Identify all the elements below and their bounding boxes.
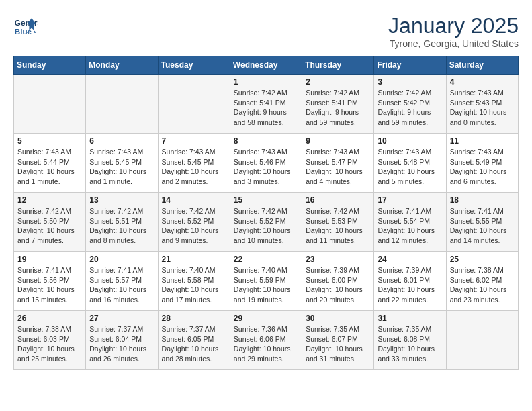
calendar-cell: 17Sunrise: 7:41 AM Sunset: 5:54 PM Dayli… (374, 193, 446, 252)
calendar-cell: 25Sunrise: 7:38 AM Sunset: 6:02 PM Dayli… (446, 252, 518, 311)
day-info: Sunrise: 7:42 AM Sunset: 5:52 PM Dayligh… (234, 206, 298, 246)
day-number: 22 (234, 255, 298, 264)
calendar-cell: 29Sunrise: 7:36 AM Sunset: 6:06 PM Dayli… (230, 311, 302, 370)
calendar-cell: 31Sunrise: 7:35 AM Sunset: 6:08 PM Dayli… (374, 311, 446, 370)
day-number: 21 (162, 255, 226, 264)
day-number: 11 (450, 136, 515, 146)
calendar-cell: 22Sunrise: 7:40 AM Sunset: 5:59 PM Dayli… (230, 252, 302, 311)
calendar-cell: 16Sunrise: 7:42 AM Sunset: 5:53 PM Dayli… (302, 193, 374, 252)
day-number: 30 (306, 314, 370, 323)
calendar-week-5: 26Sunrise: 7:38 AM Sunset: 6:03 PM Dayli… (14, 311, 519, 370)
logo: General Blue (13, 13, 38, 38)
weekday-header-monday: Monday (86, 56, 158, 75)
calendar-cell: 1Sunrise: 7:42 AM Sunset: 5:41 PM Daylig… (230, 75, 302, 134)
calendar-week-2: 5Sunrise: 7:43 AM Sunset: 5:44 PM Daylig… (14, 134, 519, 193)
day-number: 25 (450, 255, 515, 264)
calendar-cell: 30Sunrise: 7:35 AM Sunset: 6:07 PM Dayli… (302, 311, 374, 370)
calendar-week-1: 1Sunrise: 7:42 AM Sunset: 5:41 PM Daylig… (14, 75, 519, 134)
logo-icon: General Blue (13, 13, 38, 38)
day-number: 7 (162, 136, 226, 146)
day-info: Sunrise: 7:43 AM Sunset: 5:43 PM Dayligh… (450, 88, 515, 128)
day-number: 29 (234, 314, 298, 323)
calendar-cell (14, 75, 86, 134)
calendar-cell: 28Sunrise: 7:37 AM Sunset: 6:05 PM Dayli… (158, 311, 230, 370)
day-number: 23 (306, 255, 370, 264)
day-number: 5 (17, 136, 82, 146)
day-info: Sunrise: 7:43 AM Sunset: 5:49 PM Dayligh… (450, 147, 515, 187)
day-number: 13 (89, 195, 154, 205)
location: Tyrone, Georgia, United States (388, 38, 519, 49)
day-info: Sunrise: 7:43 AM Sunset: 5:45 PM Dayligh… (89, 147, 154, 187)
day-number: 20 (89, 255, 154, 264)
day-info: Sunrise: 7:42 AM Sunset: 5:41 PM Dayligh… (306, 88, 370, 128)
day-info: Sunrise: 7:43 AM Sunset: 5:45 PM Dayligh… (162, 147, 226, 187)
calendar-week-4: 19Sunrise: 7:41 AM Sunset: 5:56 PM Dayli… (14, 252, 519, 311)
day-info: Sunrise: 7:41 AM Sunset: 5:56 PM Dayligh… (17, 265, 82, 305)
calendar-cell: 24Sunrise: 7:39 AM Sunset: 6:01 PM Dayli… (374, 252, 446, 311)
day-info: Sunrise: 7:42 AM Sunset: 5:41 PM Dayligh… (234, 88, 298, 128)
day-number: 17 (378, 195, 442, 205)
day-number: 19 (17, 255, 82, 264)
day-number: 26 (17, 314, 82, 323)
day-info: Sunrise: 7:35 AM Sunset: 6:07 PM Dayligh… (306, 324, 370, 364)
calendar-cell: 4Sunrise: 7:43 AM Sunset: 5:43 PM Daylig… (446, 75, 518, 134)
calendar-cell: 23Sunrise: 7:39 AM Sunset: 6:00 PM Dayli… (302, 252, 374, 311)
calendar-header-row: SundayMondayTuesdayWednesdayThursdayFrid… (14, 56, 519, 75)
weekday-header-friday: Friday (374, 56, 446, 75)
day-info: Sunrise: 7:40 AM Sunset: 5:59 PM Dayligh… (234, 265, 298, 305)
day-number: 4 (450, 77, 515, 87)
day-number: 14 (162, 195, 226, 205)
day-info: Sunrise: 7:41 AM Sunset: 5:57 PM Dayligh… (89, 265, 154, 305)
day-number: 15 (234, 195, 298, 205)
calendar-table: SundayMondayTuesdayWednesdayThursdayFrid… (13, 56, 519, 370)
calendar-cell: 27Sunrise: 7:37 AM Sunset: 6:04 PM Dayli… (86, 311, 158, 370)
day-number: 12 (17, 195, 82, 205)
calendar-cell: 7Sunrise: 7:43 AM Sunset: 5:45 PM Daylig… (158, 134, 230, 193)
day-number: 28 (162, 314, 226, 323)
calendar-cell: 8Sunrise: 7:43 AM Sunset: 5:46 PM Daylig… (230, 134, 302, 193)
calendar-cell: 2Sunrise: 7:42 AM Sunset: 5:41 PM Daylig… (302, 75, 374, 134)
day-info: Sunrise: 7:42 AM Sunset: 5:50 PM Dayligh… (17, 206, 82, 246)
day-info: Sunrise: 7:43 AM Sunset: 5:44 PM Dayligh… (17, 147, 82, 187)
day-info: Sunrise: 7:42 AM Sunset: 5:42 PM Dayligh… (378, 88, 442, 128)
day-info: Sunrise: 7:40 AM Sunset: 5:58 PM Dayligh… (162, 265, 226, 305)
calendar-cell: 14Sunrise: 7:42 AM Sunset: 5:52 PM Dayli… (158, 193, 230, 252)
calendar-cell: 3Sunrise: 7:42 AM Sunset: 5:42 PM Daylig… (374, 75, 446, 134)
day-number: 8 (234, 136, 298, 146)
calendar-cell: 15Sunrise: 7:42 AM Sunset: 5:52 PM Dayli… (230, 193, 302, 252)
calendar-cell: 9Sunrise: 7:43 AM Sunset: 5:47 PM Daylig… (302, 134, 374, 193)
calendar-cell: 19Sunrise: 7:41 AM Sunset: 5:56 PM Dayli… (14, 252, 86, 311)
weekday-header-wednesday: Wednesday (230, 56, 302, 75)
weekday-header-tuesday: Tuesday (158, 56, 230, 75)
day-number: 18 (450, 195, 515, 205)
weekday-header-saturday: Saturday (446, 56, 518, 75)
day-info: Sunrise: 7:37 AM Sunset: 6:05 PM Dayligh… (162, 324, 226, 364)
day-number: 10 (378, 136, 442, 146)
weekday-header-sunday: Sunday (14, 56, 86, 75)
calendar-cell (158, 75, 230, 134)
day-info: Sunrise: 7:36 AM Sunset: 6:06 PM Dayligh… (234, 324, 298, 364)
title-area: January 2025 Tyrone, Georgia, United Sta… (388, 13, 519, 49)
day-info: Sunrise: 7:41 AM Sunset: 5:55 PM Dayligh… (450, 206, 515, 246)
day-number: 2 (306, 77, 370, 87)
page-header: General Blue January 2025 Tyrone, Georgi… (13, 13, 519, 49)
month-title: January 2025 (388, 13, 519, 38)
calendar-week-3: 12Sunrise: 7:42 AM Sunset: 5:50 PM Dayli… (14, 193, 519, 252)
day-number: 31 (378, 314, 442, 323)
day-number: 24 (378, 255, 442, 264)
day-info: Sunrise: 7:38 AM Sunset: 6:03 PM Dayligh… (17, 324, 82, 364)
calendar-cell: 26Sunrise: 7:38 AM Sunset: 6:03 PM Dayli… (14, 311, 86, 370)
day-info: Sunrise: 7:42 AM Sunset: 5:52 PM Dayligh… (162, 206, 226, 246)
day-number: 3 (378, 77, 442, 87)
day-info: Sunrise: 7:43 AM Sunset: 5:47 PM Dayligh… (306, 147, 370, 187)
day-info: Sunrise: 7:43 AM Sunset: 5:46 PM Dayligh… (234, 147, 298, 187)
calendar-cell: 13Sunrise: 7:42 AM Sunset: 5:51 PM Dayli… (86, 193, 158, 252)
day-info: Sunrise: 7:41 AM Sunset: 5:54 PM Dayligh… (378, 206, 442, 246)
weekday-header-thursday: Thursday (302, 56, 374, 75)
day-info: Sunrise: 7:37 AM Sunset: 6:04 PM Dayligh… (89, 324, 154, 364)
calendar-cell: 5Sunrise: 7:43 AM Sunset: 5:44 PM Daylig… (14, 134, 86, 193)
day-info: Sunrise: 7:42 AM Sunset: 5:51 PM Dayligh… (89, 206, 154, 246)
calendar-cell: 10Sunrise: 7:43 AM Sunset: 5:48 PM Dayli… (374, 134, 446, 193)
day-number: 16 (306, 195, 370, 205)
calendar-cell: 6Sunrise: 7:43 AM Sunset: 5:45 PM Daylig… (86, 134, 158, 193)
